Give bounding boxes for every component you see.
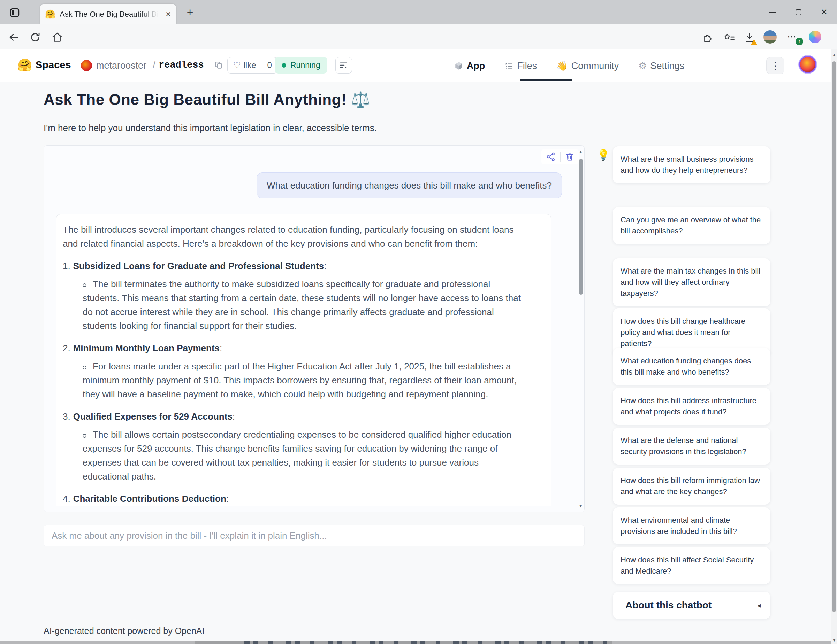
chat-scroll-area[interactable]: What education funding changes does this…: [44, 146, 578, 506]
back-button[interactable]: [6, 30, 21, 44]
tab-community[interactable]: 👋 Community: [556, 61, 619, 71]
path-separator: /: [153, 60, 156, 71]
about-label: About this chatbot: [625, 600, 712, 611]
trash-icon[interactable]: [565, 152, 574, 162]
bot-list-heading: 1.Subsidized Loans for Graduate and Prof…: [63, 259, 527, 273]
bot-intro-paragraph: The bill introduces several important ch…: [63, 223, 527, 251]
chat-scrollbar-thumb[interactable]: [579, 159, 583, 295]
clipped-bottom-content: [0, 641, 831, 644]
download-warning-icon: [751, 39, 757, 44]
tab-close-icon[interactable]: ✕: [165, 10, 171, 18]
cube-icon: [454, 61, 463, 70]
hf-favicon-icon: 🤗: [45, 10, 56, 19]
circle-bullet-icon: [83, 283, 87, 287]
popular-question-card[interactable]: What are the small business provisions a…: [613, 146, 770, 183]
chat-scroll-up-icon[interactable]: ▲: [578, 149, 583, 154]
popular-question-card[interactable]: How does this bill affect Social Securit…: [613, 547, 770, 584]
waving-hand-icon: 👋: [556, 61, 568, 71]
tab-settings-label: Settings: [650, 61, 684, 71]
popular-question-card[interactable]: How does this bill address infrastructur…: [613, 388, 770, 425]
browser-window: 🤗 Ask The One Big Beautiful Bill Any ✕ +…: [0, 0, 837, 644]
tab-files-label: Files: [517, 61, 537, 71]
favorites-bar-button[interactable]: [723, 31, 735, 44]
chat-actions: [542, 149, 579, 164]
footer-disclaimer: AI-generated content powered by OpenAI: [44, 626, 204, 636]
header-kebab-button[interactable]: ⋮: [766, 57, 784, 74]
tab-settings[interactable]: ⚙ Settings: [638, 60, 684, 71]
user-avatar[interactable]: [799, 56, 816, 73]
browser-tab[interactable]: 🤗 Ask The One Big Beautiful Bill Any ✕: [40, 4, 176, 25]
space-nav: App Files 👋 Community ⚙ Settings: [454, 58, 684, 74]
collapse-arrow-icon: ◂: [757, 601, 761, 610]
space-menu-button[interactable]: [335, 57, 352, 74]
like-label: like: [244, 60, 256, 70]
tab-files[interactable]: Files: [504, 61, 537, 71]
extensions-button[interactable]: [701, 31, 714, 44]
files-tree-icon: [504, 61, 514, 70]
maximize-icon: [796, 10, 801, 15]
status-label: Running: [290, 61, 320, 70]
new-tab-button[interactable]: +: [183, 6, 197, 19]
bot-list-body: For loans made under a specific part of …: [83, 359, 527, 401]
status-badge[interactable]: Running: [275, 57, 327, 74]
browser-toolbar: https://huggingface.co/spaces/metarooste…: [0, 25, 837, 49]
bot-list-item: 2.Minimum Monthly Loan Payments: For loa…: [63, 341, 527, 401]
chat-input-bar: [44, 525, 584, 546]
lightbulb-icon: 💡: [597, 149, 610, 161]
header-divider: [792, 59, 793, 73]
close-icon: ✕: [821, 7, 827, 17]
home-button[interactable]: [50, 30, 64, 44]
clipped-bottom-text: [244, 641, 614, 644]
like-button[interactable]: ♡ like 0: [227, 57, 277, 74]
circle-bullet-icon: [83, 434, 87, 438]
popular-question-card[interactable]: What environmental and climate provision…: [613, 507, 770, 544]
chat-scroll-down-icon[interactable]: ▼: [578, 503, 583, 508]
hf-logo-icon[interactable]: 🤗: [17, 58, 32, 72]
ellipsis-icon: ⋯: [787, 31, 796, 42]
scroll-down-icon[interactable]: ▼: [831, 637, 837, 642]
tab-app-label: App: [467, 61, 485, 71]
close-button[interactable]: ✕: [811, 0, 837, 25]
active-tab-underline: [520, 79, 573, 81]
refresh-icon: [29, 31, 41, 43]
copilot-button[interactable]: [809, 31, 821, 43]
bot-list-body: The bill terminates the authority to mak…: [83, 277, 527, 333]
about-chatbot-toggle[interactable]: About this chatbot ◂: [613, 592, 770, 619]
bot-list-body: The bill allows certain postsecondary cr…: [83, 428, 527, 483]
bot-list-item: 3.Qualified Expenses for 529 Accounts: T…: [63, 410, 527, 483]
puzzle-icon: [702, 32, 713, 43]
owner-link[interactable]: metarooster: [96, 60, 146, 71]
favorites-list-icon: [723, 32, 735, 44]
actions-divider: [560, 152, 561, 162]
tab-actions-button[interactable]: [7, 6, 22, 20]
minimize-button[interactable]: [760, 0, 785, 25]
running-dot-icon: [282, 63, 286, 67]
browser-profile-avatar[interactable]: [763, 30, 777, 44]
scroll-up-icon[interactable]: ▲: [831, 52, 837, 57]
chat-input[interactable]: [44, 525, 584, 546]
owner-avatar[interactable]: [81, 60, 92, 71]
page-scrollbar[interactable]: ▲ ▼: [831, 49, 837, 644]
window-controls: ✕: [760, 0, 837, 25]
popular-question-card[interactable]: What education funding changes does this…: [613, 348, 770, 385]
popular-question-card[interactable]: Can you give me an overview of what the …: [613, 207, 770, 244]
share-icon[interactable]: [546, 152, 556, 162]
update-badge-icon: ↑: [796, 38, 803, 45]
tab-app[interactable]: App: [454, 61, 485, 71]
popular-questions-sidebar: 💡 Popular Questions Can you give me an o…: [597, 146, 773, 627]
copy-repo-button[interactable]: [214, 61, 223, 70]
minimize-icon: [770, 12, 776, 13]
downloads-button[interactable]: [743, 31, 756, 44]
popular-question-card[interactable]: What are the defense and national securi…: [613, 428, 770, 465]
refresh-button[interactable]: [28, 30, 43, 44]
popular-question-card[interactable]: How does this bill reform immigration la…: [613, 468, 770, 505]
repo-link[interactable]: readless: [159, 60, 204, 70]
more-menu-button[interactable]: ⋯ ↑: [787, 31, 801, 44]
spaces-link[interactable]: Spaces: [36, 59, 71, 71]
popular-question-card[interactable]: What are the main tax changes in this bi…: [613, 258, 770, 306]
page-scrollbar-thumb[interactable]: [832, 61, 836, 612]
home-icon: [51, 31, 63, 43]
maximize-button[interactable]: [785, 0, 811, 25]
back-icon: [8, 31, 20, 43]
circle-bullet-icon: [83, 365, 87, 369]
